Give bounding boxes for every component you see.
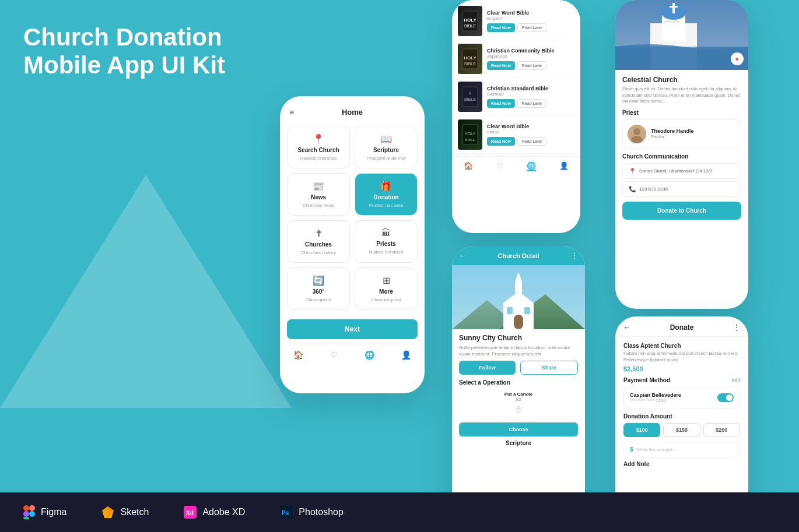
read-later-btn-1[interactable]: Read Later [517, 23, 547, 32]
news-sublabel: Churches news [302, 203, 334, 208]
dollar-sign: $ [630, 446, 633, 453]
favorite-icon[interactable]: ♥ [731, 52, 744, 65]
menu-icon[interactable]: ≡ [289, 108, 294, 117]
choose-button[interactable]: Choose [459, 422, 578, 436]
church-back-icon[interactable]: ← [459, 252, 466, 260]
bible-title-2: Christian Community Bible [487, 48, 574, 54]
comm-section-label: Church Communication [622, 153, 741, 160]
add-note-label: Add Note [623, 461, 740, 467]
next-button[interactable]: Next [287, 319, 418, 339]
grid-item-search-church[interactable]: 📍 Search Church Nearest churches [287, 126, 350, 168]
xd-label: Adobe XD [202, 507, 245, 517]
read-now-btn-4[interactable]: Read Now [487, 137, 515, 146]
amount-100[interactable]: $100 [623, 423, 660, 437]
nav-home-icon[interactable]: 🏠 [293, 350, 303, 360]
read-now-btn-1[interactable]: Read Now [487, 23, 515, 32]
donation-label: Donation [373, 194, 398, 200]
bible-title-3: Christian Standard Bible [487, 86, 574, 91]
nav-globe-icon[interactable]: 🌐 [365, 350, 374, 360]
app-title: Church Donation Mobile App UI Kit [23, 23, 225, 80]
phone-text: 123 673 2198 [639, 186, 668, 192]
card-number: **** **** **** 1234 [630, 398, 681, 403]
grid-item-churches[interactable]: ✝ Churches Churches history [287, 220, 350, 263]
svg-text:HOLY: HOLY [465, 132, 476, 136]
grid-item-scripture[interactable]: 📖 Scripture Praesent nulla met [355, 126, 418, 168]
donate-body: Class Aptent Church Nullam non arcu et f… [615, 337, 748, 473]
search-church-sublabel: Nearest churches [300, 156, 337, 161]
amount-200[interactable]: $200 [703, 423, 740, 437]
read-now-btn-2[interactable]: Read Now [487, 61, 515, 70]
priest-info: Theodore Handle Pastor [651, 128, 694, 139]
priest-card: Theodore Handle Pastor [622, 119, 741, 149]
donate-more-icon[interactable]: ⋮ [733, 323, 740, 332]
share-button[interactable]: Share [520, 361, 578, 375]
nav2-heart-icon[interactable]: ♡ [496, 161, 503, 171]
nav2-home-icon[interactable]: 🏠 [464, 161, 473, 171]
church-more-icon[interactable]: ⋮ [571, 252, 578, 260]
select-operation-label: Select a Operation [459, 379, 578, 386]
bible-item-2: HOLYBIBLE Christian Community Bible Japa… [458, 40, 574, 78]
nav2-globe-icon[interactable]: 🌐 [527, 161, 536, 171]
tool-photoshop[interactable]: Ps Photoshop [280, 506, 344, 519]
svg-text:BIBLE: BIBLE [464, 97, 476, 101]
priest-name: Theodore Handle [651, 128, 694, 134]
grid-item-360[interactable]: 🔄 360° Class aptent [287, 267, 350, 310]
churches-label: Churches [305, 241, 332, 248]
bible-thumb-2: HOLYBIBLE [458, 44, 482, 74]
bottom-nav: 🏠 ♡ 🌐 👤 [280, 344, 425, 368]
address-text: Donec Street, Ullamcorper Elit 12/7 [639, 168, 712, 174]
bible-title-4: Clear Word Bible [487, 124, 574, 129]
bible-info-4: Clear Word Bible Italian Read Now Read L… [487, 124, 574, 146]
priests-icon: 🏛 [381, 228, 391, 238]
grid-item-more[interactable]: ⊞ More Litora torquent [355, 267, 418, 310]
church-info-container: Sunny City Church Nulla pellentesque tel… [452, 329, 585, 451]
payment-edit-link[interactable]: edit [731, 378, 740, 383]
card-toggle[interactable] [717, 393, 734, 402]
read-later-btn-2[interactable]: Read Later [517, 61, 547, 70]
amount-placeholder: Write the amount... [637, 447, 676, 452]
amount-input-field[interactable]: $ Write the amount... [623, 442, 740, 457]
tool-figma[interactable]: Figma [23, 505, 66, 519]
svg-rect-36 [23, 511, 29, 517]
amount-150[interactable]: $150 [663, 423, 700, 437]
donate-title: Donate [670, 323, 694, 332]
church4-name: Celestial Church [622, 76, 741, 84]
scripture-label-bottom: Scripture [459, 440, 578, 446]
read-later-btn-4[interactable]: Read Later [517, 137, 547, 146]
svg-rect-19 [515, 281, 522, 293]
tool-sketch[interactable]: Sketch [101, 506, 149, 519]
amount-buttons: $100 $150 $200 [623, 423, 740, 437]
figma-label: Figma [41, 507, 66, 517]
xd-icon: Xd [184, 506, 197, 519]
donation-sublabel: Portitor nec ante [369, 203, 404, 208]
more-label: More [379, 288, 393, 295]
nav-heart-icon[interactable]: ♡ [330, 350, 338, 360]
church4-body: Celestial Church Etiam quis elit mi. Don… [615, 70, 748, 226]
tool-xd[interactable]: Xd Adobe XD [184, 506, 245, 519]
donation-amount-label: Donation Amount [623, 413, 740, 420]
svg-point-32 [633, 128, 640, 135]
nav2-user-icon[interactable]: 👤 [559, 161, 569, 171]
candle-icon: 🕯 [461, 404, 576, 416]
churches-icon: ✝ [315, 228, 323, 239]
nav-user-icon[interactable]: 👤 [401, 350, 411, 360]
svg-text:✝: ✝ [468, 91, 472, 96]
read-later-btn-3[interactable]: Read Later [517, 99, 547, 108]
church4-image: ♥ [615, 0, 748, 70]
church-name: Sunny City Church [459, 334, 578, 342]
bible-title-1: Clear Word Bible [487, 10, 574, 16]
read-now-btn-3[interactable]: Read Now [487, 99, 515, 108]
follow-button[interactable]: Follow [459, 361, 516, 375]
bible-info-3: Christian Standard Bible German Read Now… [487, 86, 574, 108]
grid-item-priests[interactable]: 🏛 Priests Nullam hendrerit [355, 220, 418, 263]
svg-text:BIBLE: BIBLE [464, 62, 476, 66]
grid-item-donation[interactable]: 🎁 Donation Portitor nec ante [355, 173, 418, 216]
sketch-label: Sketch [120, 507, 149, 517]
svg-rect-21 [514, 315, 523, 329]
donate-to-church-button[interactable]: Donate to Church [622, 202, 741, 220]
payment-method-row: Payment Method edit [623, 377, 740, 383]
church-detail-title: Church Detail [497, 252, 539, 259]
grid-item-news[interactable]: 📰 News Churches news [287, 173, 350, 216]
donate-back-icon[interactable]: ← [623, 323, 630, 332]
priests-label: Priests [376, 241, 395, 247]
